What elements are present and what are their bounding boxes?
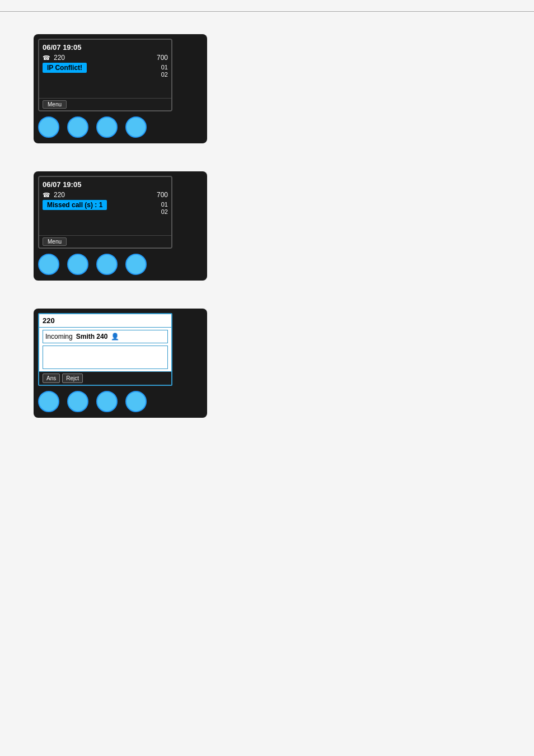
screen-datetime-2: 06/07 19:05 <box>43 179 168 190</box>
screen-menu-bar-1: Menu <box>39 98 171 110</box>
phone-body-3: 220 Incoming Smith 240 👤 Ans Rejct <box>34 309 207 418</box>
bottom-btn-1-2[interactable] <box>67 116 88 138</box>
phone-icon-2: ☎ <box>43 192 50 199</box>
bottom-btn-3-1[interactable] <box>38 391 59 412</box>
phone-screen-2: 06/07 19:05 ☎ 220 700 Missed call (s) : … <box>38 176 172 249</box>
ext-right-2: 700 <box>157 191 168 199</box>
page-container: 06/07 19:05 ☎ 220 700 IP Conflict! 01 02 <box>0 17 534 435</box>
phone-device-1: 06/07 19:05 ☎ 220 700 IP Conflict! 01 02 <box>34 34 207 143</box>
screen-content-2: 06/07 19:05 ☎ 220 700 Missed call (s) : … <box>39 177 171 235</box>
screen-content-1: 06/07 19:05 ☎ 220 700 IP Conflict! 01 02 <box>39 40 171 98</box>
screen-menu-bar-2: Menu <box>39 235 171 248</box>
bottom-btn-2-1[interactable] <box>38 254 59 275</box>
line-num-02-2: 02 <box>161 208 168 215</box>
bottom-buttons-2 <box>38 254 147 275</box>
caller-name: Smith 240 <box>76 333 108 340</box>
line-num-02-1: 02 <box>161 71 168 78</box>
ext-number-2: 220 <box>54 191 65 199</box>
ext-right-1: 700 <box>157 54 168 62</box>
bottom-btn-1-3[interactable] <box>96 116 118 138</box>
screen-ext-line-2: ☎ 220 700 <box>43 191 168 199</box>
bottom-btn-3-3[interactable] <box>96 391 118 412</box>
line-num-01-1: 01 <box>161 64 168 71</box>
phone-icon-1: ☎ <box>43 54 50 62</box>
bottom-btn-2-3[interactable] <box>96 254 118 275</box>
caller-icon: 👤 <box>111 333 119 340</box>
top-divider <box>0 11 534 12</box>
datetime-label-2: 06/07 19:05 <box>43 180 81 189</box>
phone-body-2: 06/07 19:05 ☎ 220 700 Missed call (s) : … <box>34 171 207 281</box>
incoming-label: Incoming <box>45 333 73 340</box>
screen-datetime-1: 06/07 19:05 <box>43 42 168 53</box>
reject-button[interactable]: Rejct <box>62 374 83 383</box>
third-header-ext: 220 <box>43 316 55 325</box>
phone-screen-3: 220 Incoming Smith 240 👤 Ans Rejct <box>38 313 172 386</box>
ext-number-1: 220 <box>54 54 65 62</box>
bottom-btn-2-4[interactable] <box>125 254 147 275</box>
phone-body-1: 06/07 19:05 ☎ 220 700 IP Conflict! 01 02 <box>34 34 207 143</box>
phone-screen-1: 06/07 19:05 ☎ 220 700 IP Conflict! 01 02 <box>38 39 172 111</box>
bottom-btn-3-4[interactable] <box>125 391 147 412</box>
status-badge-2: Missed call (s) : 1 <box>43 200 107 210</box>
ans-button[interactable]: Ans <box>43 374 60 383</box>
bottom-btn-3-2[interactable] <box>67 391 88 412</box>
phone-device-2: 06/07 19:05 ☎ 220 700 Missed call (s) : … <box>34 171 207 281</box>
bottom-btn-1-4[interactable] <box>125 116 147 138</box>
menu-button-1[interactable]: Menu <box>43 100 67 109</box>
datetime-label-1: 06/07 19:05 <box>43 43 81 52</box>
phone-device-3: 220 Incoming Smith 240 👤 Ans Rejct <box>34 309 207 418</box>
bottom-btn-1-1[interactable] <box>38 116 59 138</box>
status-badge-1: IP Conflict! <box>43 63 87 73</box>
bottom-buttons-1 <box>38 116 147 138</box>
bottom-btn-2-2[interactable] <box>67 254 88 275</box>
bottom-buttons-3 <box>38 391 147 412</box>
menu-button-2[interactable]: Menu <box>43 237 67 246</box>
line-num-01-2: 01 <box>161 201 168 208</box>
screen-ext-line-1: ☎ 220 700 <box>43 54 168 62</box>
